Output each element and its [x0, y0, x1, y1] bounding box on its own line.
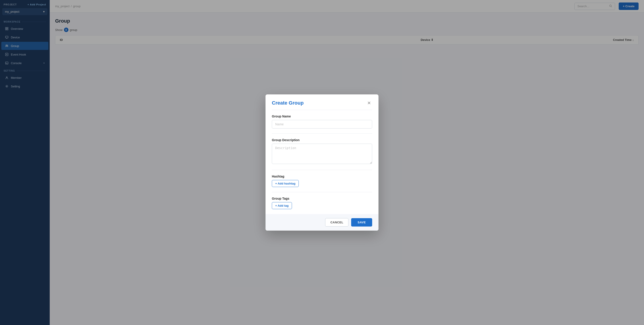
- modal-footer: CANCEL SAVE: [266, 214, 378, 231]
- add-hashtag-button[interactable]: + Add hashtag: [272, 180, 299, 187]
- group-description-section: Group Description: [272, 138, 372, 165]
- group-description-label: Group Description: [272, 138, 372, 142]
- divider2: [272, 133, 372, 134]
- group-name-section: Group Name: [272, 114, 372, 128]
- divider4: [272, 192, 372, 192]
- modal-close-button[interactable]: ✕: [366, 100, 372, 106]
- modal-overlay: Create Group ✕ Group Name Group Descript…: [0, 0, 644, 325]
- modal-title: Create Group: [272, 100, 304, 106]
- save-button[interactable]: SAVE: [351, 218, 372, 227]
- group-name-input[interactable]: [272, 120, 372, 128]
- hashtag-label: Hashtag: [272, 175, 372, 178]
- modal-body: Group Name Group Description Hashtag + A…: [266, 110, 378, 209]
- modal-header: Create Group ✕: [266, 94, 378, 110]
- group-tags-section: Group Tags + Add tag: [272, 197, 372, 209]
- create-group-modal: Create Group ✕ Group Name Group Descript…: [266, 94, 378, 231]
- group-name-label: Group Name: [272, 114, 372, 118]
- group-description-input[interactable]: [272, 144, 372, 164]
- group-tags-label: Group Tags: [272, 197, 372, 200]
- hashtag-section: Hashtag + Add hashtag: [272, 175, 372, 187]
- add-tag-button[interactable]: + Add tag: [272, 202, 292, 209]
- divider: [272, 110, 372, 110]
- cancel-button[interactable]: CANCEL: [325, 218, 348, 227]
- divider3: [272, 170, 372, 170]
